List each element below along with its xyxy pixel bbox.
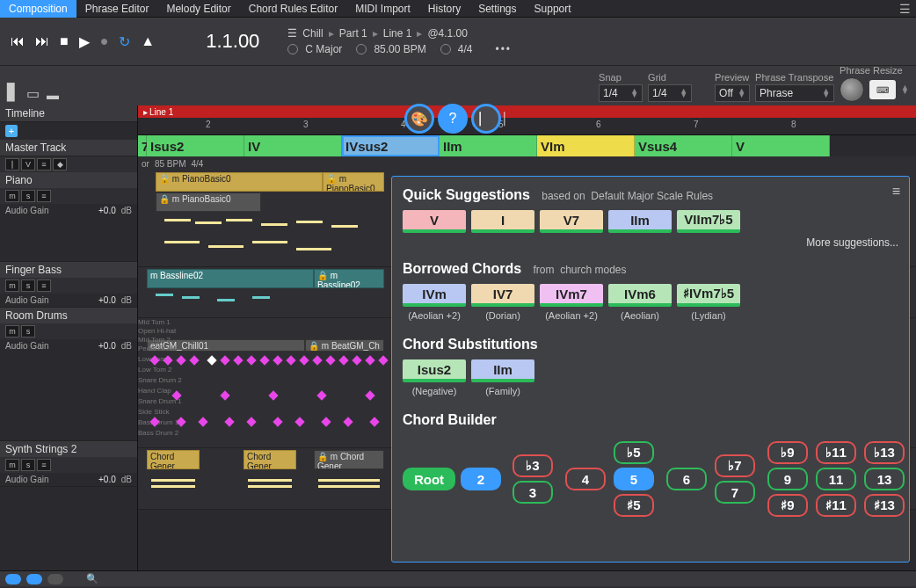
menu-phrase-editor[interactable]: Phrase Editor (76, 0, 158, 18)
phrase-transpose-select[interactable]: Phrase▲▼ (755, 84, 834, 102)
builder-11[interactable]: 11 (816, 468, 856, 490)
builder-flat5[interactable]: ♭5 (614, 441, 654, 464)
keyboard-icon[interactable]: ⌨ (869, 80, 896, 99)
skip-start-button[interactable]: ⏮ (7, 32, 28, 51)
builder-flat9[interactable]: ♭9 (767, 441, 808, 464)
clip[interactable]: Chord Gener (244, 450, 296, 469)
folder-icon[interactable]: ▭ (26, 85, 40, 102)
builder-flat11[interactable]: ♭11 (816, 441, 856, 464)
menu-chord-rules-editor[interactable]: Chord Rules Editor (240, 0, 346, 18)
builder-sharp5[interactable]: ♯5 (614, 494, 654, 517)
menu-composition[interactable]: Composition (0, 0, 76, 18)
grid-select[interactable]: 1/4▲▼ (648, 84, 692, 102)
builder-9[interactable]: 9 (767, 468, 808, 490)
chord-cell[interactable]: Isus2 (147, 135, 244, 156)
builder-5[interactable]: 5 (614, 468, 654, 490)
gain-value[interactable]: +0.0 (98, 206, 116, 215)
mute-button[interactable]: m (5, 279, 19, 292)
chord-cell[interactable]: V (732, 135, 830, 156)
record-button[interactable]: ● (97, 32, 113, 51)
edit-button[interactable]: ≡ (37, 459, 51, 471)
master-btn-1[interactable]: ⎹⎸ (5, 158, 19, 171)
chord-chip[interactable]: ♯IVm7♭5 (677, 284, 740, 307)
help-button[interactable]: ? (438, 104, 468, 134)
sig-radio[interactable] (440, 44, 451, 54)
clip[interactable]: 🔒 m PianoBasic0 (156, 192, 261, 212)
builder-root[interactable]: Root (403, 468, 455, 490)
chord-chip[interactable]: V7 (540, 210, 603, 233)
chord-chip[interactable]: IIm (608, 210, 672, 233)
clip[interactable]: 🔒 m PianoBasic0 (156, 172, 323, 192)
track-name-piano[interactable]: Piano (0, 172, 137, 188)
builder-sharp13[interactable]: ♯13 (864, 494, 905, 517)
clip[interactable]: m Bassline02 (147, 269, 314, 288)
chord-chip[interactable]: IVm6 (608, 284, 672, 307)
builder-3[interactable]: 3 (513, 481, 553, 504)
chord-chip[interactable]: Isus2 (403, 359, 466, 382)
file-icon[interactable]: ▋ (7, 83, 19, 102)
master-btn-3[interactable]: ≡ (37, 158, 51, 171)
mute-button[interactable]: m (5, 190, 19, 202)
snap-select[interactable]: 1/4▲▼ (599, 84, 643, 102)
edit-button[interactable]: ≡ (37, 190, 51, 202)
mute-button[interactable]: m (5, 459, 19, 471)
chord-chip[interactable]: IV7 (471, 284, 534, 307)
builder-4[interactable]: 4 (565, 468, 606, 490)
builder-2[interactable]: 2 (461, 468, 501, 490)
piano-keys-button[interactable]: ⎹⎸⎹ (471, 104, 501, 134)
mute-button[interactable]: m (5, 325, 19, 338)
solo-button[interactable]: s (21, 325, 35, 338)
storage-icon[interactable]: ☰ (899, 2, 911, 16)
menu-history[interactable]: History (419, 0, 469, 18)
clip[interactable]: 🔒 m Chord Gener (314, 450, 384, 469)
palette-button[interactable]: 🎨 (404, 104, 434, 134)
popup-menu-icon[interactable]: ≡ (892, 184, 900, 200)
device-icon[interactable]: ▬ (47, 88, 59, 102)
chord-chip[interactable]: I (471, 210, 534, 233)
menu-support[interactable]: Support (526, 0, 580, 18)
menu-melody-editor[interactable]: Melody Editor (157, 0, 239, 18)
builder-flat7[interactable]: ♭7 (715, 454, 755, 477)
loop-button[interactable]: ↻ (115, 32, 134, 52)
chord-chip[interactable]: IVm (403, 284, 466, 307)
footer-pill-2[interactable] (26, 574, 42, 584)
builder-sharp9[interactable]: ♯9 (767, 494, 808, 517)
chord-chip[interactable]: IIm (471, 359, 534, 382)
chord-chip[interactable]: IVm7 (540, 284, 603, 307)
add-timeline-button[interactable]: + (5, 125, 18, 137)
search-icon[interactable]: 🔍 (86, 573, 98, 584)
master-btn-2[interactable]: V (21, 158, 35, 171)
chord-cell-selected[interactable]: IVsus2 (342, 135, 440, 156)
stop-button[interactable]: ■ (56, 32, 72, 51)
metronome-button[interactable]: ▲ (137, 32, 158, 51)
builder-flat3[interactable]: ♭3 (513, 454, 553, 477)
chord-cell[interactable]: VIm (537, 135, 635, 156)
key-radio[interactable] (287, 44, 298, 54)
breadcrumb[interactable]: ☰ Chill▸ Part 1▸ Line 1▸ @4.1.00 (287, 27, 512, 40)
footer-pill-3[interactable] (47, 574, 63, 584)
line-bar[interactable]: Line 1 (138, 105, 916, 118)
solo-button[interactable]: s (21, 279, 35, 292)
track-name-bass[interactable]: Finger Bass (0, 262, 137, 278)
footer-pill-1[interactable] (5, 574, 21, 584)
clip[interactable]: 🔒 m PianoBasic0 (323, 172, 384, 192)
phrase-resize-dial[interactable] (840, 77, 864, 102)
clip[interactable]: 🔒 m BeatGM_Ch (305, 339, 384, 352)
solo-button[interactable]: s (21, 459, 35, 471)
builder-6[interactable]: 6 (666, 468, 707, 490)
more-menu-icon[interactable]: ••• (495, 43, 512, 55)
preview-select[interactable]: Off▲▼ (715, 84, 750, 102)
builder-flat13[interactable]: ♭13 (864, 441, 905, 464)
solo-button[interactable]: s (21, 190, 35, 202)
more-suggestions-link[interactable]: More suggestions... (403, 236, 898, 249)
menu-midi-import[interactable]: MIDI Import (346, 0, 419, 18)
track-name-strings[interactable]: Synth Strings 2 (0, 441, 137, 457)
skip-end-button[interactable]: ⏭ (32, 32, 53, 51)
builder-7[interactable]: 7 (715, 481, 755, 504)
clip[interactable]: Chord Gener (147, 450, 200, 469)
chord-cell[interactable]: Vsus4 (635, 135, 732, 156)
edit-button[interactable]: ≡ (37, 279, 51, 292)
chord-chip[interactable]: VIIm7♭5 (677, 210, 740, 233)
chord-cell[interactable]: IIm (440, 135, 537, 156)
builder-sharp11[interactable]: ♯11 (816, 494, 856, 517)
